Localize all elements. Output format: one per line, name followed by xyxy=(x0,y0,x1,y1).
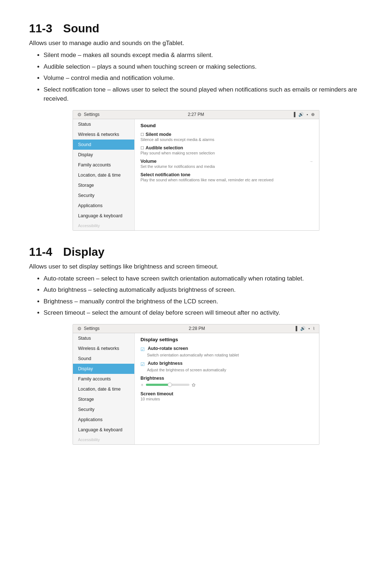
ss-item-notification-tone[interactable]: Select notification tone Play the sound … xyxy=(140,172,313,182)
sidebar-item-language[interactable]: Language & keyboard xyxy=(73,211,134,221)
sidebar-item-sound[interactable]: Sound xyxy=(73,354,134,364)
ss-item-volume[interactable]: Volume → Set the volume for notification… xyxy=(140,159,313,169)
checkbox-icon: ☐ xyxy=(140,132,144,137)
bullet-item: Brightness – manually control the bright… xyxy=(44,297,363,306)
signal-icon: ▐ xyxy=(293,112,296,117)
sidebar-item-location[interactable]: Location, date & time xyxy=(73,384,134,394)
brightness-slider[interactable]: ☀ ✿ xyxy=(140,382,313,388)
bullet-item: Auto-rotate screen – select to have scre… xyxy=(44,274,363,283)
display-screenshot: Settings 2:28 PM ▐ 🔊 ▪ ⌇ Status Wireless… xyxy=(73,324,319,445)
section-sound-title: 11-3Sound xyxy=(29,22,363,35)
sidebar-item-sound[interactable]: Sound xyxy=(73,140,134,150)
checkbox-icon: ☐ xyxy=(140,146,144,150)
ss-content: Sound ☐ Silent mode Silence all sounds e… xyxy=(135,119,319,230)
sidebar-item-family[interactable]: Family accounts xyxy=(73,160,134,170)
sidebar-item-status[interactable]: Status xyxy=(73,119,134,129)
ss-item-brightness[interactable]: Brightness ☀ ✿ xyxy=(140,376,313,388)
battery-icon: ▪ xyxy=(309,326,310,331)
battery-icon: ▪ xyxy=(307,112,308,117)
app-name-label: Settings xyxy=(84,112,99,117)
gear-icon xyxy=(77,326,82,331)
section-sound-bullets: Silent mode – makes all sounds except me… xyxy=(44,51,363,104)
section-sound-desc: Allows user to manage audio and sounds o… xyxy=(29,40,363,47)
sidebar-item-accessibility[interactable]: Accessibility xyxy=(73,221,134,230)
brightness-max-icon: ✿ xyxy=(192,382,196,388)
sidebar-item-language[interactable]: Language & keyboard xyxy=(73,425,134,435)
ss-item-audible[interactable]: ☐ Audible selection Play sound when maki… xyxy=(140,145,313,155)
sidebar-item-wireless[interactable]: Wireless & networks xyxy=(73,343,134,354)
sidebar-item-storage[interactable]: Storage xyxy=(73,180,134,190)
signal-icon: ▐ xyxy=(294,326,298,331)
sidebar-item-applications[interactable]: Applications xyxy=(73,415,134,425)
ss-content-title: Sound xyxy=(140,123,313,128)
brightness-track[interactable] xyxy=(146,384,189,386)
sidebar-item-status[interactable]: Status xyxy=(73,333,134,343)
ss-item-autorotate[interactable]: Auto-rotate screen Switch orientation au… xyxy=(140,346,313,357)
ss-content-title: Display settings xyxy=(140,337,313,342)
ss-body: Status Wireless & networks Sound Display… xyxy=(73,119,319,230)
sidebar-item-display[interactable]: Display xyxy=(73,364,134,374)
volume-icon: 🔊 xyxy=(298,112,304,117)
section-display-bullets: Auto-rotate screen – select to have scre… xyxy=(44,274,363,318)
app-name-label: Settings xyxy=(84,326,99,331)
section-display: 11-4Display Allows user to set display s… xyxy=(29,245,363,445)
check-icon xyxy=(140,346,145,352)
status-icons: ▐ 🔊 ▪ ⊕ xyxy=(293,112,315,117)
ss-item-auto-brightness[interactable]: Auto brightness Adjust the brightness of… xyxy=(140,361,313,372)
bullet-item: Screen timeout – select the amount of de… xyxy=(44,308,363,318)
time-label: 2:28 PM xyxy=(189,326,205,331)
status-icons: ▐ 🔊 ▪ ⌇ xyxy=(294,326,315,331)
volume-icon: 🔊 xyxy=(300,326,306,331)
sidebar-item-security[interactable]: Security xyxy=(73,404,134,415)
sidebar-item-display[interactable]: Display xyxy=(73,150,134,160)
ss-item-silent[interactable]: ☐ Silent mode Silence all sounds except … xyxy=(140,132,313,142)
bullet-item: Silent mode – makes all sounds except me… xyxy=(44,51,363,60)
bullet-item: Volume – control media and notification … xyxy=(44,73,363,83)
gear-icon xyxy=(77,112,82,117)
sidebar-item-security[interactable]: Security xyxy=(73,190,134,201)
bullet-item: Auto brightness – selecting automaticall… xyxy=(44,285,363,295)
sidebar-item-location[interactable]: Location, date & time xyxy=(73,170,134,180)
section-display-title: 11-4Display xyxy=(29,245,363,259)
ss-topbar: Settings 2:28 PM ▐ 🔊 ▪ ⌇ xyxy=(73,324,319,333)
sidebar-item-applications[interactable]: Applications xyxy=(73,201,134,211)
ss-sidebar: Status Wireless & networks Sound Display… xyxy=(73,333,135,444)
ss-sidebar: Status Wireless & networks Sound Display… xyxy=(73,119,135,230)
wifi-icon: ⌇ xyxy=(313,326,315,331)
ss-item-screen-timeout[interactable]: Screen timeout 10 minutes xyxy=(140,391,313,401)
section-sound: 11-3Sound Allows user to manage audio an… xyxy=(29,22,363,231)
sidebar-item-storage[interactable]: Storage xyxy=(73,394,134,404)
sidebar-item-accessibility[interactable]: Accessibility xyxy=(73,435,134,444)
ss-content: Display settings Auto-rotate screen Swit… xyxy=(135,333,319,444)
brightness-thumb[interactable] xyxy=(168,383,172,387)
sound-screenshot: Settings 2:27 PM ▐ 🔊 ▪ ⊕ Status Wireless… xyxy=(73,110,319,231)
bullet-item: Select notification tone – allows user t… xyxy=(44,85,363,104)
check-icon xyxy=(140,361,145,367)
ss-body: Status Wireless & networks Sound Display… xyxy=(73,333,319,444)
ss-topbar: Settings 2:27 PM ▐ 🔊 ▪ ⊕ xyxy=(73,110,319,119)
section-display-desc: Allows user to set display settings like… xyxy=(29,263,363,270)
sidebar-item-family[interactable]: Family accounts xyxy=(73,374,134,384)
brightness-fill xyxy=(146,384,170,386)
brightness-min-label: ☀ xyxy=(140,383,144,387)
arrow-icon: → xyxy=(309,159,313,164)
sidebar-item-wireless[interactable]: Wireless & networks xyxy=(73,129,134,140)
power-icon: ⊕ xyxy=(311,112,315,117)
time-label: 2:27 PM xyxy=(188,112,204,117)
bullet-item: Audible selection – plays a sound when t… xyxy=(44,62,363,72)
